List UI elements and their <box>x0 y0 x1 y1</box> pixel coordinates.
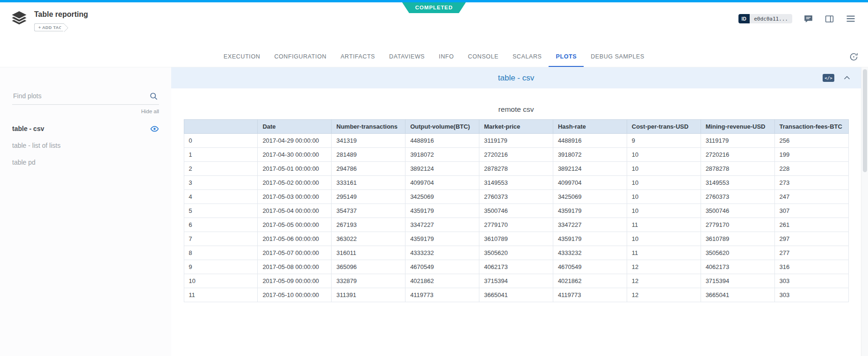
plot-list-item[interactable]: table pd <box>12 154 159 171</box>
table-cell: 4021862 <box>553 274 627 288</box>
table-cell: 3715394 <box>701 274 774 288</box>
table-cell: 4099704 <box>405 176 479 190</box>
table-cell: 3347227 <box>553 218 627 232</box>
table-cell: 316011 <box>332 246 405 260</box>
table-header-cell: Hash-rate <box>553 120 627 134</box>
tab-execution[interactable]: EXECUTION <box>217 47 267 67</box>
table-cell: 4021862 <box>405 274 479 288</box>
tab-debug-samples[interactable]: DEBUG SAMPLES <box>584 47 651 67</box>
plot-item-label: table pd <box>12 159 36 166</box>
table-cell: 247 <box>774 190 848 204</box>
tab-bar: EXECUTIONCONFIGURATIONARTIFACTSDATAVIEWS… <box>0 47 868 67</box>
table-cell: 2760373 <box>479 190 553 204</box>
table-row: 102017-05-09 00:00:003328794021862371539… <box>184 274 848 288</box>
table-cell: 273 <box>774 176 848 190</box>
table-cell: 2760373 <box>701 190 774 204</box>
collapse-chevron-icon[interactable] <box>842 73 852 82</box>
experiment-title: Table reporting <box>34 10 88 19</box>
table-cell: 3425069 <box>553 190 627 204</box>
table-cell: 2720216 <box>479 148 553 162</box>
table-cell: 3715394 <box>479 274 553 288</box>
app-logo-icon <box>11 11 28 26</box>
table-row: 82017-05-07 00:00:0031601143332323505620… <box>184 246 848 260</box>
table-cell: 2017-05-05 00:00:00 <box>258 218 332 232</box>
plot-list-item[interactable]: table - list of lists <box>12 137 159 154</box>
table-cell: 3149553 <box>479 176 553 190</box>
table-cell: 10 <box>627 162 701 176</box>
table-cell: 3119179 <box>479 134 553 148</box>
visibility-eye-icon[interactable] <box>150 124 159 133</box>
table-cell: 4359179 <box>405 232 479 246</box>
table-row: 12017-04-30 00:00:0028148939180722720216… <box>184 148 848 162</box>
tab-console[interactable]: CONSOLE <box>461 47 506 67</box>
tab-configuration[interactable]: CONFIGURATION <box>267 47 333 67</box>
table-cell: 4359179 <box>553 232 627 246</box>
table-cell: 261 <box>774 218 848 232</box>
table-row: 42017-05-03 00:00:0029514934250692760373… <box>184 190 848 204</box>
table-wrap: DateNumber-transactionsOutput-volume(BTC… <box>184 119 849 302</box>
table-cell: 3610789 <box>479 232 553 246</box>
table-cell: 333161 <box>332 176 405 190</box>
table-cell: 2017-04-30 00:00:00 <box>258 148 332 162</box>
table-cell: 3665041 <box>479 288 553 302</box>
plot-item-label: table - csv <box>12 125 44 132</box>
plot-list-item[interactable]: table - csv <box>12 120 159 137</box>
tab-artifacts[interactable]: ARTIFACTS <box>333 47 382 67</box>
table-cell: 256 <box>774 134 848 148</box>
table-cell: 297 <box>774 232 848 246</box>
table-cell: 3505620 <box>479 246 553 260</box>
experiment-id-badge[interactable]: ID e0dc0a11... <box>738 14 792 23</box>
status-badge: COMPLETED <box>402 2 466 13</box>
table-cell: 3500746 <box>701 204 774 218</box>
plot-panel: table - csv </> remote csv DateNumber-tr… <box>171 67 861 356</box>
table-cell: 3119179 <box>701 134 774 148</box>
table-cell: 9 <box>184 260 258 274</box>
plots-sidebar: Hide all table - csvtable - list of list… <box>0 67 171 356</box>
table-cell: 2017-05-02 00:00:00 <box>258 176 332 190</box>
plot-area: remote csv DateNumber-transactionsOutput… <box>171 88 861 356</box>
table-row: 32017-05-02 00:00:0033316140997043149553… <box>184 176 848 190</box>
table-cell: 3610789 <box>701 232 774 246</box>
table-header-cell: Market-price <box>479 120 553 134</box>
chart-title: remote csv <box>171 105 861 114</box>
table-cell: 303 <box>774 274 848 288</box>
table-cell: 4099704 <box>553 176 627 190</box>
refresh-icon[interactable] <box>849 52 859 62</box>
table-cell: 4 <box>184 190 258 204</box>
comment-icon[interactable] <box>803 14 813 24</box>
table-row: 72017-05-06 00:00:0036302243591793610789… <box>184 232 848 246</box>
table-cell: 10 <box>627 232 701 246</box>
table-cell: 2017-05-06 00:00:00 <box>258 232 332 246</box>
embed-code-icon[interactable]: </> <box>823 74 834 82</box>
tab-info[interactable]: INFO <box>432 47 461 67</box>
table-header-cell: Transaction-fees-BTC <box>774 120 848 134</box>
tab-plots[interactable]: PLOTS <box>549 47 584 67</box>
tab-dataviews[interactable]: DATAVIEWS <box>382 47 432 67</box>
find-plots-input[interactable] <box>13 92 146 100</box>
hide-all-button[interactable]: Hide all <box>12 109 159 114</box>
header-left: Table reporting + ADD TAG <box>11 10 88 31</box>
table-cell: 11 <box>627 218 701 232</box>
id-badge-value: e0dc0a11... <box>750 14 792 23</box>
content-area: Hide all table - csvtable - list of list… <box>0 67 868 356</box>
table-row: 02017-04-29 00:00:0034131944889163119179… <box>184 134 848 148</box>
layout-icon[interactable] <box>825 14 834 24</box>
table-cell: 316 <box>774 260 848 274</box>
id-badge-label: ID <box>738 14 750 23</box>
table-cell: 10 <box>627 190 701 204</box>
table-cell: 3665041 <box>701 288 774 302</box>
table-cell: 4119773 <box>405 288 479 302</box>
scrollbar-thumb[interactable] <box>863 69 867 172</box>
table-cell: 3918072 <box>553 148 627 162</box>
scrollbar[interactable] <box>861 67 868 356</box>
table-header-cell: Cost-per-trans-USD <box>627 120 701 134</box>
table-cell: 4359179 <box>553 204 627 218</box>
add-tag-button[interactable]: + ADD TAG <box>34 23 64 31</box>
table-cell: 3892124 <box>405 162 479 176</box>
table-header-cell: Date <box>258 120 332 134</box>
table-header-cell: Number-transactions <box>332 120 405 134</box>
table-cell: 10 <box>627 176 701 190</box>
menu-icon[interactable] <box>846 14 856 24</box>
tab-scalars[interactable]: SCALARS <box>506 47 549 67</box>
table-cell: 307 <box>774 204 848 218</box>
